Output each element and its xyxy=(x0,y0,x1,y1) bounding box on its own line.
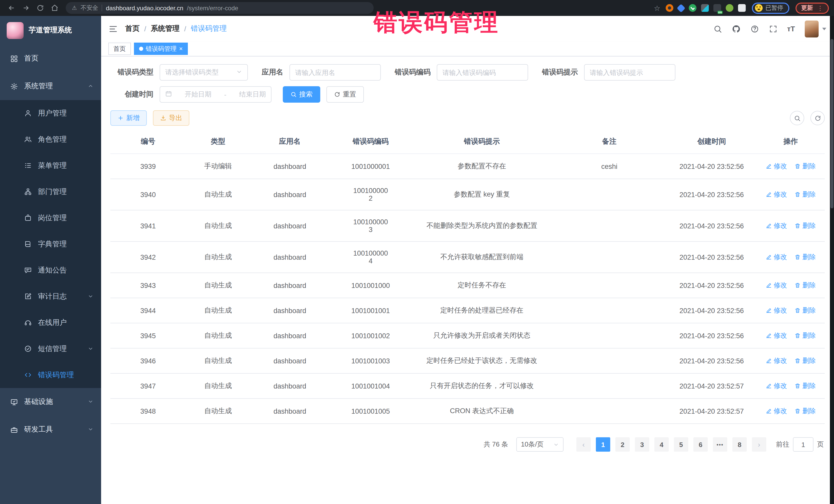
sidebar-item-audit-log[interactable]: 审计日志 xyxy=(0,283,101,309)
breadcrumb-home[interactable]: 首页 xyxy=(125,24,139,34)
extension-squares-icon[interactable] xyxy=(701,4,708,12)
extensions-puzzle-icon[interactable] xyxy=(738,4,745,12)
date-range-picker[interactable]: 开始日期 - 结束日期 xyxy=(160,86,271,103)
page-button-2[interactable]: 2 xyxy=(615,437,630,452)
sidebar-item-dict[interactable]: 字典管理 xyxy=(0,231,101,257)
cell-code: 1001000001 xyxy=(329,154,412,179)
url-bar[interactable]: ⚠ 不安全 dashboard.yudao.iocoder.cn/system/… xyxy=(66,2,374,14)
tag-home[interactable]: 首页 xyxy=(108,43,131,55)
table-row: 3946自动生成dashboard1001001003定时任务已经处于该状态，无… xyxy=(110,348,825,373)
extension-gem-icon[interactable] xyxy=(676,4,685,12)
sidebar-item-departments[interactable]: 部门管理 xyxy=(0,179,101,205)
sidebar-item-users[interactable]: 用户管理 xyxy=(0,100,101,126)
font-size-icon[interactable]: тT xyxy=(787,25,795,33)
app-name-input[interactable] xyxy=(289,64,381,81)
fullscreen-icon[interactable] xyxy=(769,24,777,33)
error-msg-input[interactable] xyxy=(584,64,675,81)
edit-link[interactable]: 修改 xyxy=(766,253,787,262)
github-icon[interactable] xyxy=(731,24,740,33)
forward-icon[interactable] xyxy=(20,2,32,14)
breadcrumb-system[interactable]: 系统管理 xyxy=(151,24,180,34)
sidebar-item-infrastructure[interactable]: 基础设施 xyxy=(0,388,101,416)
page-size-select[interactable]: 10条/页 xyxy=(516,437,564,452)
extension-on-badge-icon[interactable] xyxy=(713,4,721,12)
edit-link[interactable]: 修改 xyxy=(766,306,787,315)
sidebar-item-sms[interactable]: 短信管理 xyxy=(0,336,101,362)
delete-link[interactable]: 删除 xyxy=(794,253,816,262)
error-type-select[interactable]: 请选择错误码类型 xyxy=(160,64,248,81)
sidebar-item-notice[interactable]: 通知公告 xyxy=(0,257,101,283)
prev-page-button[interactable]: ‹ xyxy=(576,437,591,452)
app-title: 芋道管理系统 xyxy=(29,26,72,35)
export-button[interactable]: 导出 xyxy=(153,110,190,126)
sidebar-item-online-users[interactable]: 在线用户 xyxy=(0,309,101,336)
sidebar-item-dev-tools[interactable]: 研发工具 xyxy=(0,416,101,443)
tag-close-icon[interactable]: × xyxy=(179,46,183,52)
toggle-search-icon[interactable] xyxy=(790,111,804,125)
delete-link[interactable]: 删除 xyxy=(794,162,816,171)
page-button-4[interactable]: 4 xyxy=(654,437,669,452)
page-button-3[interactable]: 3 xyxy=(635,437,649,452)
refresh-icon[interactable] xyxy=(810,111,825,125)
error-code-input[interactable] xyxy=(437,64,528,81)
header-search-icon[interactable] xyxy=(713,24,722,33)
reload-icon[interactable] xyxy=(34,2,46,14)
delete-link[interactable]: 删除 xyxy=(794,356,816,366)
delete-link[interactable]: 删除 xyxy=(794,190,816,199)
reset-button[interactable]: 重置 xyxy=(326,86,364,103)
extension-key-icon[interactable] xyxy=(725,4,733,12)
window-scrollbar[interactable] xyxy=(830,16,834,504)
edit-link[interactable]: 修改 xyxy=(766,221,787,231)
more-pages-button[interactable]: ••• xyxy=(713,437,727,452)
table-row: 3942自动生成dashboard100100000 4不允许获取敏感配置到前端… xyxy=(110,241,825,273)
cell-operations: 修改删除 xyxy=(756,179,825,210)
users-icon xyxy=(24,135,32,144)
page-button-8[interactable]: 8 xyxy=(732,437,747,452)
cell-id: 3947 xyxy=(110,373,186,398)
delete-link[interactable]: 删除 xyxy=(794,331,816,340)
next-page-button[interactable]: › xyxy=(752,437,766,452)
user-menu[interactable] xyxy=(805,20,826,37)
delete-link[interactable]: 删除 xyxy=(794,306,816,315)
hamburger-icon[interactable] xyxy=(109,24,117,33)
delete-link[interactable]: 删除 xyxy=(794,407,816,416)
table-row: 3939手动编辑dashboard1001000001参数配置不存在ceshi2… xyxy=(110,154,825,179)
bookmark-star-icon[interactable]: ☆ xyxy=(654,4,660,12)
sidebar-item-menus[interactable]: 菜单管理 xyxy=(0,152,101,179)
page-button-5[interactable]: 5 xyxy=(674,437,688,452)
goto-page-input[interactable] xyxy=(793,437,813,452)
cell-time: 2021-04-20 23:52:56 xyxy=(667,348,756,373)
sidebar-item-home[interactable]: 首页 xyxy=(0,45,101,72)
sidebar-item-system[interactable]: 系统管理 xyxy=(0,72,101,100)
edit-link[interactable]: 修改 xyxy=(766,190,787,199)
browser-menu-kebab-icon[interactable]: ⋮ xyxy=(817,4,823,12)
page-button-6[interactable]: 6 xyxy=(694,437,708,452)
help-icon[interactable] xyxy=(750,24,759,33)
page-button-1[interactable]: 1 xyxy=(596,437,610,452)
sidebar-item-posts[interactable]: 岗位管理 xyxy=(0,205,101,231)
delete-link[interactable]: 删除 xyxy=(794,281,816,290)
add-button[interactable]: 新增 xyxy=(110,110,147,126)
cell-operations: 修改删除 xyxy=(756,373,825,398)
search-button[interactable]: 搜索 xyxy=(283,86,320,103)
sidebar-item-roles[interactable]: 角色管理 xyxy=(0,126,101,152)
cell-id: 3939 xyxy=(110,154,186,179)
delete-link[interactable]: 删除 xyxy=(794,381,816,391)
tag-error-code[interactable]: 错误码管理 × xyxy=(134,43,188,55)
home-icon[interactable] xyxy=(48,2,61,14)
extension-orange-icon[interactable] xyxy=(665,4,673,12)
edit-link[interactable]: 修改 xyxy=(766,407,787,416)
edit-link[interactable]: 修改 xyxy=(766,356,787,366)
delete-link[interactable]: 删除 xyxy=(794,221,816,231)
edit-link[interactable]: 修改 xyxy=(766,162,787,171)
edit-link[interactable]: 修改 xyxy=(766,331,787,340)
sidebar-item-error-code[interactable]: 错误码管理 xyxy=(0,362,101,388)
edit-link[interactable]: 修改 xyxy=(766,281,787,290)
extension-green-icon[interactable] xyxy=(688,4,696,12)
edit-link[interactable]: 修改 xyxy=(766,381,787,391)
browser-update-badge[interactable]: 更新 ⋮ xyxy=(795,2,829,14)
profile-paused-badge[interactable]: 已暂停 xyxy=(752,2,789,14)
scrollbar-thumb[interactable] xyxy=(830,39,833,209)
app-logo-row[interactable]: 芋道管理系统 xyxy=(0,16,101,45)
back-icon[interactable] xyxy=(5,2,18,14)
